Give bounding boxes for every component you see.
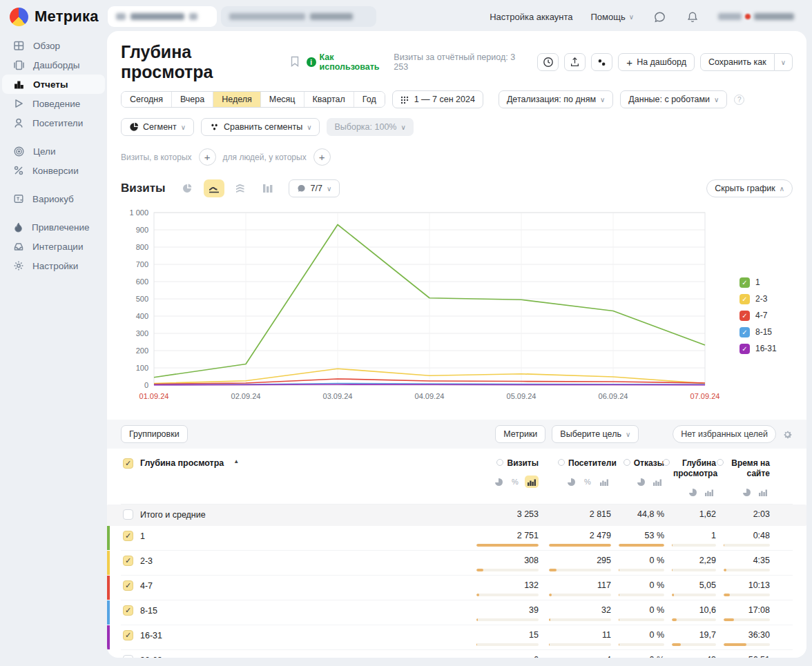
- chart-type-columns-button[interactable]: [258, 179, 278, 197]
- percent-view-toggle[interactable]: %: [581, 476, 594, 488]
- period-tab-вчера[interactable]: Вчера: [171, 92, 213, 107]
- column-header-глубина-просмотра[interactable]: Глубина просмотра: [664, 458, 716, 498]
- sidebar-item-цели[interactable]: Цели: [2, 141, 105, 161]
- column-header-посетители[interactable]: Посетители%: [539, 458, 611, 498]
- legend-item-1[interactable]: ✓1: [740, 277, 777, 288]
- no-favorite-goals-button[interactable]: Нет избранных целей: [673, 425, 776, 443]
- counter-id-chip[interactable]: [221, 6, 376, 27]
- date-range-button[interactable]: 1 — 7 сен 2024: [392, 90, 483, 108]
- row-checkbox[interactable]: ✓: [123, 580, 133, 591]
- metric-radio[interactable]: [663, 459, 670, 466]
- sidebar-item-дашборды[interactable]: Дашборды: [2, 55, 105, 75]
- segment-button[interactable]: Сегмент ∨: [121, 118, 194, 136]
- sidebar-item-настройки[interactable]: Настройки: [2, 256, 105, 275]
- sidebar-item-обзор[interactable]: Обзор: [2, 36, 105, 55]
- account-settings-link[interactable]: Настройка аккаунта: [490, 12, 572, 22]
- row-label[interactable]: 16-31: [140, 631, 162, 640]
- sidebar-item-привлечение[interactable]: Привлечение: [2, 217, 105, 237]
- question-icon[interactable]: ?: [734, 95, 744, 105]
- row-label[interactable]: 2-3: [140, 556, 153, 566]
- sidebar-item-конверсии[interactable]: Конверсии: [2, 161, 105, 180]
- row-checkbox[interactable]: [123, 655, 133, 658]
- column-header-визиты[interactable]: Визиты%: [466, 458, 539, 498]
- groupings-button[interactable]: Группировки: [121, 425, 188, 443]
- sidebar-item-поведение[interactable]: Поведение: [2, 94, 105, 113]
- save-as-dropdown-button[interactable]: ∨: [775, 53, 793, 71]
- segments-button[interactable]: [591, 53, 612, 71]
- pie-view-toggle[interactable]: [740, 486, 753, 498]
- sidebar-item-отчеты[interactable]: Отчеты: [2, 75, 105, 94]
- bars-view-toggle[interactable]: [597, 476, 611, 488]
- row-label[interactable]: 8-15: [140, 606, 157, 616]
- export-button[interactable]: [564, 53, 586, 71]
- legend-item-4-7[interactable]: ✓4-7: [740, 311, 777, 321]
- user-account[interactable]: [718, 13, 794, 20]
- legend-item-8-15[interactable]: ✓8-15: [740, 327, 777, 337]
- chart-type-pie-button[interactable]: [177, 179, 197, 197]
- bars-view-toggle[interactable]: [525, 476, 539, 488]
- how-to-use-link[interactable]: i Как использовать: [307, 52, 394, 72]
- history-clock-button[interactable]: [537, 53, 559, 71]
- metric-radio[interactable]: [717, 459, 724, 466]
- sort-asc-icon[interactable]: ▲: [233, 458, 239, 464]
- sidebar-item-посетители[interactable]: Посетители: [2, 113, 105, 133]
- row-checkbox[interactable]: [123, 509, 133, 520]
- chat-icon[interactable]: [652, 9, 667, 24]
- row-label[interactable]: 1: [140, 531, 145, 541]
- period-tab-сегодня[interactable]: Сегодня: [122, 92, 171, 107]
- legend-item-16-31[interactable]: ✓16-31: [740, 344, 777, 354]
- sidebar-item-интеграции[interactable]: Интеграции: [2, 237, 105, 256]
- pie-view-toggle[interactable]: [686, 486, 699, 498]
- percent-view-toggle[interactable]: %: [508, 476, 522, 488]
- legend-item-2-3[interactable]: ✓2-3: [740, 294, 777, 304]
- period-tab-квартал[interactable]: Квартал: [304, 92, 354, 107]
- counter-selector[interactable]: [108, 6, 217, 27]
- chart-type-area-button[interactable]: [231, 179, 251, 197]
- visits-chart[interactable]: 01002003004005006007008009001 00001.09.2…: [121, 204, 728, 407]
- row-label[interactable]: 4-7: [140, 581, 153, 591]
- pie-view-toggle[interactable]: [492, 476, 505, 488]
- chart-days-button[interactable]: 7/7 ∨: [289, 179, 340, 197]
- table-settings-gear-icon[interactable]: [782, 429, 793, 440]
- pie-view-toggle[interactable]: [634, 476, 648, 488]
- add-visit-filter-button[interactable]: +: [199, 148, 216, 166]
- row-checkbox[interactable]: ✓: [123, 556, 133, 566]
- period-tab-месяц[interactable]: Месяц: [260, 92, 304, 107]
- chart-type-line-button[interactable]: [204, 179, 224, 197]
- add-people-filter-button[interactable]: +: [313, 148, 331, 166]
- metrics-button[interactable]: Метрики: [495, 425, 545, 443]
- pie-mini-icon: [637, 478, 645, 486]
- add-to-dashboard-button[interactable]: + На дашборд: [618, 53, 695, 71]
- row-label[interactable]: 32-63: [140, 656, 162, 658]
- chart-section-title: Визиты: [121, 182, 165, 195]
- select-all-checkbox[interactable]: ✓: [123, 458, 133, 469]
- data-mode-dropdown[interactable]: Данные: с роботами ∨: [620, 90, 727, 108]
- choose-goal-dropdown[interactable]: Выберите цель ∨: [552, 425, 639, 443]
- period-tab-неделя[interactable]: Неделя: [213, 92, 260, 107]
- row-checkbox[interactable]: ✓: [123, 630, 133, 640]
- save-as-button[interactable]: Сохранить как: [700, 53, 775, 71]
- sidebar-item-вариокуб[interactable]: Вариокуб: [2, 189, 105, 208]
- column-header-время-на-сайте[interactable]: Время на сайте: [716, 458, 770, 498]
- pie-view-toggle[interactable]: [564, 476, 578, 488]
- bars-view-toggle[interactable]: [756, 486, 770, 498]
- hide-chart-button[interactable]: Скрыть график ∧: [706, 179, 793, 197]
- bookmark-icon[interactable]: [290, 56, 300, 69]
- notifications-bell-icon[interactable]: [685, 9, 700, 24]
- column-header-отказы[interactable]: Отказы: [611, 458, 664, 498]
- compare-segments-button[interactable]: Сравнить сегменты ∨: [201, 118, 320, 136]
- sampling-dropdown[interactable]: Выборка: 100% ∨: [327, 118, 413, 136]
- detail-dropdown[interactable]: Детализация: по дням ∨: [499, 90, 613, 108]
- group-column-header[interactable]: ✓ Глубина просмотра ▲: [121, 458, 466, 498]
- bars-view-toggle[interactable]: [702, 486, 716, 498]
- save-as-split-button: Сохранить как ∨: [700, 53, 793, 71]
- metric-radio[interactable]: [558, 459, 565, 466]
- bars-view-toggle[interactable]: [650, 476, 664, 488]
- logo[interactable]: Метрика: [0, 8, 104, 26]
- row-checkbox[interactable]: ✓: [123, 531, 133, 541]
- metric-radio[interactable]: [624, 459, 630, 466]
- metric-radio[interactable]: [496, 459, 503, 466]
- period-tab-год[interactable]: Год: [354, 92, 385, 107]
- help-menu[interactable]: Помощь ∨: [590, 12, 634, 22]
- row-checkbox[interactable]: ✓: [123, 605, 133, 616]
